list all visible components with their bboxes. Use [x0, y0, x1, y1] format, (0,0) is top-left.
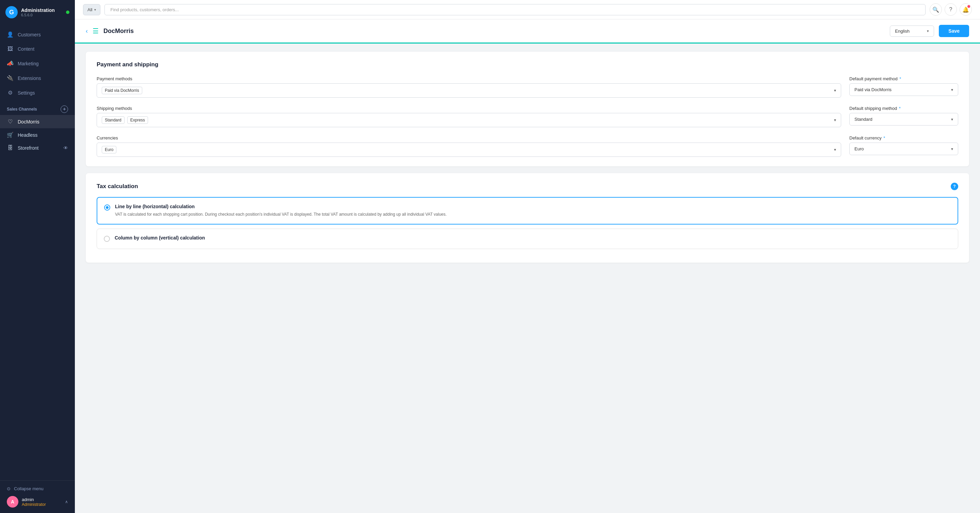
sidebar-item-headless[interactable]: 🛒 Headless	[0, 128, 75, 141]
add-sales-channel-button[interactable]: ＋	[60, 105, 68, 113]
headless-icon: 🛒	[7, 132, 14, 138]
default-currency-select[interactable]: Euro ▾	[850, 143, 958, 155]
user-role: Administrator	[22, 502, 62, 507]
payment-shipping-card: Payment and shipping Payment methods Pai…	[86, 52, 969, 166]
shipping-methods-chevron-icon: ▾	[834, 118, 836, 122]
user-avatar: A	[7, 496, 18, 508]
back-button[interactable]: ‹	[86, 27, 88, 35]
tax-help-icon[interactable]: ?	[951, 183, 958, 190]
default-currency-group: Default currency * Euro ▾	[850, 135, 958, 157]
payment-methods-row: Payment methods Paid via DocMorris ▾ Def…	[97, 76, 958, 98]
line-by-line-radio[interactable]	[104, 205, 110, 211]
default-currency-chevron-icon: ▾	[951, 147, 953, 151]
sidebar-item-storefront[interactable]: 🗄 Storefront 👁	[0, 141, 75, 154]
currencies-group: Currencies Euro ▾	[97, 135, 841, 157]
default-currency-required: *	[883, 135, 885, 140]
payment-methods-select[interactable]: Paid via DocMorris ▾	[97, 83, 841, 98]
app-logo-text: Administration 6.5.6.0	[21, 8, 55, 17]
payment-methods-chevron-icon: ▾	[834, 88, 836, 93]
settings-icon: ⚙	[7, 89, 14, 96]
default-shipping-label: Default shipping method *	[850, 106, 958, 111]
sidebar-item-content-label: Content	[18, 46, 34, 52]
app-name: Administration	[21, 8, 55, 13]
payment-shipping-title: Payment and shipping	[97, 61, 958, 68]
marketing-icon: 📣	[7, 60, 14, 67]
default-shipping-value: Standard	[854, 117, 872, 122]
currencies-label: Currencies	[97, 135, 841, 140]
currencies-select[interactable]: Euro ▾	[97, 143, 841, 157]
sidebar-item-content[interactable]: 🖼 Content	[0, 42, 75, 56]
sales-channels-section: Sales Channels ＋	[0, 100, 75, 115]
sidebar-footer: ⊙ Collapse menu A admin Administrator ∧	[0, 480, 75, 513]
shipping-methods-label: Shipping methods	[97, 106, 841, 111]
payment-tag-docmorris: Paid via DocMorris	[102, 87, 142, 94]
save-button[interactable]: Save	[939, 25, 969, 37]
sidebar-item-extensions[interactable]: 🔌 Extensions	[0, 71, 75, 86]
default-shipping-select[interactable]: Standard ▾	[850, 113, 958, 125]
search-icon-button[interactable]: 🔍	[930, 3, 942, 16]
app-logo-icon: G	[5, 6, 18, 18]
default-payment-group: Default payment method * Paid via DocMor…	[850, 76, 958, 98]
notifications-icon-button[interactable]: 🔔	[959, 3, 972, 16]
default-shipping-group: Default shipping method * Standard ▾	[850, 106, 958, 127]
column-by-column-radio[interactable]	[104, 236, 110, 242]
user-menu-chevron[interactable]: ∧	[65, 499, 68, 504]
payment-methods-group: Payment methods Paid via DocMorris ▾	[97, 76, 841, 98]
shipping-methods-group: Shipping methods Standard Express ▾	[97, 106, 841, 127]
sidebar-item-settings[interactable]: ⚙ Settings	[0, 86, 75, 100]
search-placeholder: Find products, customers, orders...	[110, 7, 179, 12]
line-by-line-option[interactable]: Line by line (horizontal) calculation VA…	[97, 197, 958, 224]
sidebar-item-marketing[interactable]: 📣 Marketing	[0, 56, 75, 71]
currency-tag-euro: Euro	[102, 146, 116, 153]
default-shipping-chevron-icon: ▾	[951, 117, 953, 122]
currencies-chevron-icon: ▾	[834, 147, 836, 152]
sidebar-item-settings-label: Settings	[18, 90, 35, 95]
default-shipping-required: *	[899, 106, 901, 111]
default-payment-required: *	[899, 76, 901, 81]
page-title: DocMorris	[103, 27, 885, 35]
help-icon-button[interactable]: ?	[945, 3, 957, 16]
language-value: English	[895, 29, 910, 34]
default-payment-chevron-icon: ▾	[951, 87, 953, 92]
app-version: 6.5.6.0	[21, 13, 55, 17]
online-status-dot	[66, 11, 69, 14]
extensions-icon: 🔌	[7, 75, 14, 81]
docmorris-icon: ♡	[7, 118, 14, 125]
default-payment-label: Default payment method *	[850, 76, 958, 81]
column-by-column-label: Column by column (vertical) calculation	[115, 235, 951, 240]
docmorris-label: DocMorris	[18, 119, 40, 124]
default-payment-select[interactable]: Paid via DocMorris ▾	[850, 83, 958, 96]
sidebar-item-docmorris[interactable]: ♡ DocMorris	[0, 115, 75, 128]
filter-chevron-icon: ▾	[94, 8, 96, 11]
default-payment-value: Paid via DocMorris	[854, 87, 891, 92]
sidebar: G Administration 6.5.6.0 👤 Customers 🖼 C…	[0, 0, 75, 513]
tax-calculation-card: Tax calculation ? Line by line (horizont…	[86, 173, 969, 263]
notification-dot	[967, 5, 970, 8]
line-by-line-content: Line by line (horizontal) calculation VA…	[115, 204, 951, 218]
page-content: Payment and shipping Payment methods Pai…	[75, 44, 980, 513]
column-by-column-option[interactable]: Column by column (vertical) calculation	[97, 229, 958, 249]
shipping-tag-express: Express	[127, 116, 148, 124]
global-search-input[interactable]: Find products, customers, orders...	[105, 4, 926, 15]
sidebar-logo: G Administration 6.5.6.0	[0, 0, 75, 24]
topbar: All ▾ Find products, customers, orders..…	[75, 0, 980, 19]
tax-header: Tax calculation ?	[97, 183, 958, 190]
sidebar-item-marketing-label: Marketing	[18, 61, 38, 66]
payment-methods-label: Payment methods	[97, 76, 841, 81]
tax-title: Tax calculation	[97, 183, 138, 190]
shipping-tag-standard: Standard	[102, 116, 124, 124]
currencies-row: Currencies Euro ▾ Default currency * Eur…	[97, 135, 958, 157]
collapse-menu-button[interactable]: ⊙ Collapse menu	[7, 486, 68, 496]
sidebar-item-customers[interactable]: 👤 Customers	[0, 27, 75, 42]
topbar-icons: 🔍 ? 🔔	[930, 3, 972, 16]
headless-label: Headless	[18, 132, 37, 138]
user-info: admin Administrator	[22, 497, 62, 507]
language-selector[interactable]: English ▾	[890, 25, 934, 37]
shipping-methods-select[interactable]: Standard Express ▾	[97, 113, 841, 127]
default-currency-label: Default currency *	[850, 135, 958, 140]
collapse-icon: ⊙	[7, 486, 11, 491]
content-header: ‹ ☰ DocMorris English ▾ Save	[75, 19, 980, 44]
sidebar-item-extensions-label: Extensions	[18, 76, 41, 81]
search-filter-dropdown[interactable]: All ▾	[83, 4, 100, 15]
main-nav: 👤 Customers 🖼 Content 📣 Marketing 🔌 Exte…	[0, 24, 75, 480]
